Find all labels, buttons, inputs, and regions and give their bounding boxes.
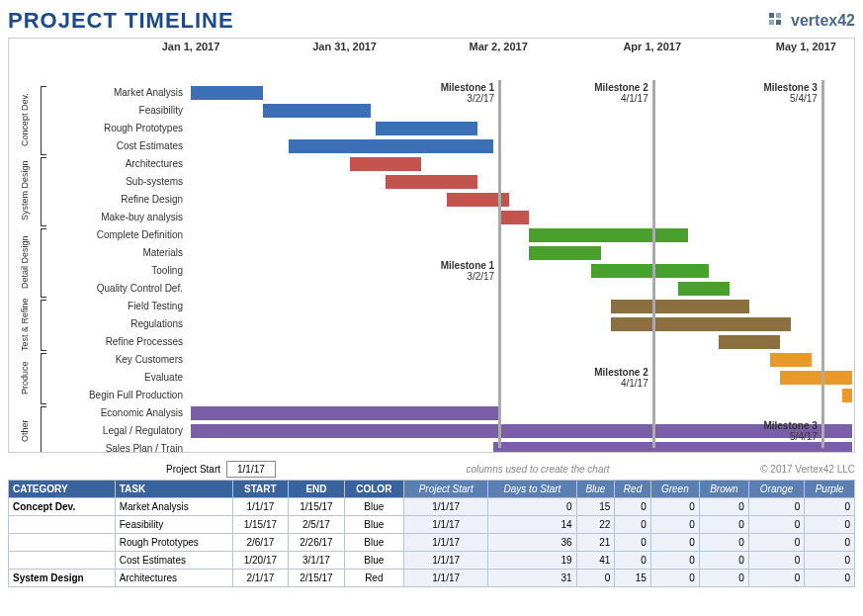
table-cell: 14 [488, 516, 576, 534]
table-cell: 1/1/17 [403, 516, 487, 534]
table-cell: 22 [576, 516, 615, 534]
table-header-calc: Orange [748, 481, 805, 498]
task-label: Legal / Regulatory [48, 422, 187, 440]
svg-rect-1 [776, 13, 781, 18]
time-axis: Jan 1, 2017Jan 31, 2017Mar 2, 2017Apr 1,… [9, 39, 854, 58]
table-header: END [289, 481, 345, 498]
table-cell: 3/1/17 [289, 552, 345, 570]
table-row: Concept Dev.Market Analysis1/1/171/15/17… [9, 498, 855, 516]
table-cell: Blue [344, 498, 403, 516]
task-label: Refine Design [48, 191, 187, 209]
category-label: Test & Refine [11, 298, 39, 351]
table-cell: 0 [699, 498, 748, 516]
gantt-bar [350, 157, 422, 171]
table-cell: Red [344, 570, 403, 587]
table-cell: 1/15/17 [232, 516, 289, 534]
category-label: Produce [11, 351, 39, 404]
task-label: Begin Full Production [48, 387, 187, 404]
vertex42-logo: vertex42 [767, 11, 855, 31]
project-start: Project Start 1/1/17 [166, 461, 276, 478]
table-cell: Market Analysis [115, 498, 232, 516]
table-cell [9, 552, 116, 570]
table-cell: System Design [9, 570, 116, 587]
table-header-calc: Purple [805, 481, 855, 498]
gantt-bar [263, 104, 371, 118]
table-cell: 0 [650, 516, 699, 534]
table-cell: 0 [650, 534, 699, 552]
task-label: Complete Definition [48, 226, 187, 244]
task-label: Sales Plan / Train [48, 440, 187, 453]
milestone-line [652, 80, 655, 448]
table-cell: 1/1/17 [403, 552, 487, 570]
table-cell: 15 [615, 570, 651, 587]
table-cell: 0 [615, 552, 651, 570]
table-cell: Blue [344, 534, 403, 552]
gantt-bar [191, 406, 498, 420]
task-label: Evaluate [48, 369, 187, 387]
gantt-bar [780, 371, 852, 385]
data-table: CATEGORYTASKSTARTENDCOLORProject StartDa… [8, 480, 855, 587]
gantt-chart: Jan 1, 2017Jan 31, 2017Mar 2, 2017Apr 1,… [8, 38, 855, 453]
table-cell: 21 [576, 534, 615, 552]
gantt-bar [591, 264, 709, 278]
table-cell: 0 [488, 498, 576, 516]
svg-rect-2 [769, 20, 774, 25]
table-header: COLOR [344, 481, 403, 498]
table-cell: 36 [488, 534, 576, 552]
table-cell: 1/20/17 [232, 552, 289, 570]
table-cell: 2/26/17 [289, 534, 345, 552]
table-cell: 19 [488, 552, 576, 570]
table-cell: 0 [805, 516, 855, 534]
gantt-bar [611, 317, 791, 331]
table-head: CATEGORYTASKSTARTENDCOLORProject StartDa… [9, 481, 855, 498]
table-cell: Architectures [115, 570, 232, 587]
table-header: CATEGORY [9, 481, 116, 498]
table-cell: 1/1/17 [403, 498, 487, 516]
time-axis-label: Jan 31, 2017 [312, 41, 377, 52]
table-header-calc: Days to Start [488, 481, 576, 498]
category-bracket [41, 157, 46, 226]
columns-note: columns used to create the chart [466, 464, 609, 475]
table-cell: 0 [615, 498, 651, 516]
table-cell: 41 [576, 552, 615, 570]
table-header-calc: Red [615, 481, 651, 498]
project-start-label: Project Start [166, 464, 220, 475]
gantt-bar [529, 246, 601, 260]
table-cell: 2/15/17 [289, 570, 345, 587]
table-cell: 1/1/17 [403, 534, 487, 552]
table-cell: Blue [344, 552, 403, 570]
gantt-bar [719, 335, 780, 349]
table-row: Feasibility1/15/172/5/17Blue1/1/17142200… [9, 516, 855, 534]
category-label: Other [11, 404, 39, 453]
page-title: PROJECT TIMELINE [8, 8, 234, 34]
table-cell [9, 516, 116, 534]
task-label: Market Analysis [48, 84, 187, 102]
table-cell: 1/15/17 [289, 498, 345, 516]
table-cell [9, 534, 116, 552]
gantt-bar [770, 353, 811, 367]
task-label: Key Customers [48, 351, 187, 369]
task-label: Quality Control Def. [48, 280, 187, 298]
project-start-value: 1/1/17 [226, 461, 276, 478]
table-cell: 2/5/17 [289, 516, 345, 534]
table-header-calc: Brown [699, 481, 748, 498]
table-row: Rough Prototypes2/6/172/26/17Blue1/1/173… [9, 534, 855, 552]
svg-rect-3 [776, 20, 781, 25]
table-cell: 0 [748, 516, 805, 534]
table-cell: 2/1/17 [232, 570, 289, 587]
task-label: Cost Estimates [48, 137, 187, 155]
gantt-bar [386, 175, 477, 189]
gantt-bar [289, 139, 493, 153]
table-cell: 15 [576, 498, 615, 516]
table-cell: 0 [650, 498, 699, 516]
gantt-bar [376, 122, 478, 135]
task-label: Feasibility [48, 102, 187, 120]
milestone-label: Milestone 13/2/17 [429, 82, 494, 104]
table-cell: 0 [805, 498, 855, 516]
category-label: Concept Dev. [11, 84, 39, 155]
task-label: Regulations [48, 315, 187, 333]
table-cell: 2/6/17 [232, 534, 289, 552]
table-header-calc: Project Start [403, 481, 487, 498]
svg-rect-0 [769, 13, 774, 18]
milestone-label: Milestone 35/4/17 [752, 82, 818, 104]
